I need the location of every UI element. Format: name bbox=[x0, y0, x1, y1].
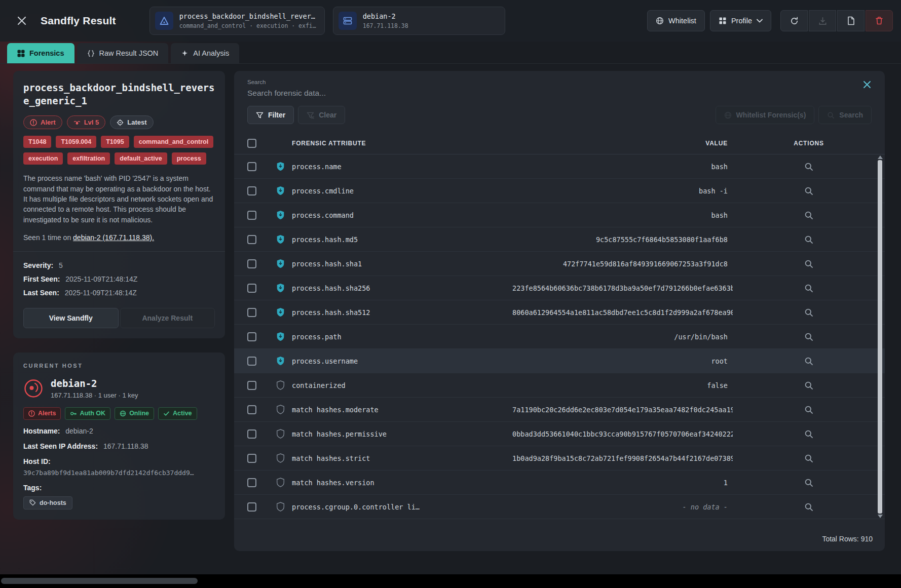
table-row[interactable]: containerized false bbox=[234, 373, 885, 398]
row-checkbox[interactable] bbox=[247, 308, 256, 317]
scroll-down-icon[interactable] bbox=[878, 515, 883, 518]
alert-badge: Alert bbox=[23, 115, 62, 129]
last-seen-line: Last Seen: 2025-11-09T21:48:14Z bbox=[23, 289, 215, 297]
tab-forensics-label: Forensics bbox=[29, 49, 64, 57]
search-attribute-icon[interactable] bbox=[733, 186, 885, 195]
shield-icon bbox=[269, 405, 292, 414]
table-row[interactable]: process.cgroup.0.controller_li… - no dat… bbox=[234, 495, 885, 519]
clear-filter-button[interactable]: Clear bbox=[298, 106, 345, 124]
search-attribute-icon[interactable] bbox=[733, 332, 885, 341]
close-search-icon[interactable] bbox=[862, 80, 872, 89]
row-checkbox[interactable] bbox=[247, 454, 256, 463]
seen-host-link[interactable]: debian-2 (167.71.118.38). bbox=[73, 233, 154, 242]
search-attribute-icon[interactable] bbox=[733, 478, 885, 487]
table-row[interactable]: match_hashes.version 1 bbox=[234, 471, 885, 495]
attribute-name: process.hash.sha256 bbox=[292, 284, 512, 292]
tab-ai-analysis[interactable]: AI Analysis bbox=[171, 43, 239, 63]
online-badge: Online bbox=[115, 407, 154, 420]
clear-label: Clear bbox=[319, 111, 336, 119]
search-button[interactable]: Search bbox=[818, 106, 872, 124]
host-tag-do-hosts[interactable]: do-hosts bbox=[23, 496, 72, 509]
tags-label: Tags: bbox=[23, 484, 42, 492]
whitelist-forensics-button[interactable]: Whitelist Forensic(s) bbox=[716, 106, 815, 124]
search-attribute-icon[interactable] bbox=[733, 259, 885, 268]
host-chip[interactable]: debian-2 167.71.118.38 bbox=[333, 7, 505, 35]
close-icon[interactable] bbox=[15, 14, 28, 27]
table-row[interactable]: process.username root bbox=[234, 349, 885, 373]
search-attribute-icon[interactable] bbox=[733, 429, 885, 439]
table-row[interactable]: process.path /usr/bin/bash bbox=[234, 325, 885, 349]
row-checkbox[interactable] bbox=[247, 186, 256, 195]
scroll-up-icon[interactable] bbox=[878, 155, 883, 159]
row-checkbox[interactable] bbox=[247, 259, 256, 268]
vertical-scrollbar[interactable] bbox=[877, 155, 883, 518]
filter-icon bbox=[256, 111, 264, 119]
row-checkbox[interactable] bbox=[247, 381, 256, 390]
seen-prefix: Seen 1 time on bbox=[23, 233, 73, 242]
table-row[interactable]: process.command bash bbox=[234, 203, 885, 227]
search-attribute-icon[interactable] bbox=[733, 381, 885, 390]
header-icon-group bbox=[780, 10, 893, 31]
table-row[interactable]: match_hashes.permissive 0bbad3dd53661040… bbox=[234, 422, 885, 446]
analyze-result-button[interactable]: Analyze Result bbox=[120, 308, 215, 328]
whitelist-button[interactable]: Whitelist bbox=[647, 10, 705, 31]
attribute-value: 7a1190bc20c26dd6e2ec803e7d054e179a35eaa7… bbox=[512, 406, 733, 414]
report-button[interactable] bbox=[837, 10, 865, 31]
table-row[interactable]: process.name bash bbox=[234, 154, 885, 179]
refresh-button[interactable] bbox=[780, 10, 808, 31]
search-attribute-icon[interactable] bbox=[733, 308, 885, 317]
search-attribute-icon[interactable] bbox=[733, 235, 885, 244]
alert-circle-icon bbox=[28, 410, 35, 417]
attribute-name: process.cmdline bbox=[292, 187, 512, 195]
row-checkbox[interactable] bbox=[247, 235, 256, 244]
tab-ai-analysis-label: AI Analysis bbox=[193, 49, 229, 57]
table-row[interactable]: process.hash.sha512 8060a612964554a1e811… bbox=[234, 300, 885, 325]
search-input[interactable] bbox=[247, 89, 684, 98]
row-checkbox[interactable] bbox=[247, 211, 256, 220]
row-checkbox[interactable] bbox=[247, 429, 256, 439]
search-attribute-icon[interactable] bbox=[733, 502, 885, 512]
filter-button[interactable]: Filter bbox=[247, 106, 294, 124]
table-row[interactable]: process.hash.md5 9c5c87555c7f6864b585308… bbox=[234, 227, 885, 252]
download-button[interactable] bbox=[809, 10, 836, 31]
row-checkbox[interactable] bbox=[247, 405, 256, 414]
attribute-value: 1 bbox=[512, 479, 733, 487]
profile-button[interactable]: Profile bbox=[710, 10, 771, 31]
search-attribute-icon[interactable] bbox=[733, 162, 885, 171]
table-row[interactable]: process.cmdline bash -i bbox=[234, 179, 885, 203]
tab-raw-result-json[interactable]: Raw Result JSON bbox=[77, 43, 169, 63]
row-checkbox[interactable] bbox=[247, 162, 256, 171]
row-checkbox[interactable] bbox=[247, 478, 256, 487]
result-chip[interactable]: process_backdoor_bindshell_rever… comman… bbox=[149, 7, 325, 35]
search-button-label: Search bbox=[839, 111, 863, 119]
row-checkbox[interactable] bbox=[247, 357, 256, 366]
attribute-value: 8060a612964554a1e811ac58dbd7ee1c5c8d1f2d… bbox=[512, 308, 733, 317]
alerts-badge: Alerts bbox=[23, 407, 61, 420]
search-attribute-icon[interactable] bbox=[733, 405, 885, 414]
search-attribute-icon[interactable] bbox=[733, 211, 885, 220]
forensics-tab-icon bbox=[17, 50, 25, 57]
search-attribute-icon[interactable] bbox=[733, 357, 885, 366]
attribute-name: process.command bbox=[292, 211, 512, 219]
row-checkbox[interactable] bbox=[247, 332, 256, 341]
host-id-line: Host ID: 39c7ba89bf9d1ea81ab009b7dfd2142… bbox=[23, 457, 215, 477]
header-chips: process_backdoor_bindshell_rever… comman… bbox=[149, 7, 505, 35]
select-all-checkbox[interactable] bbox=[247, 139, 256, 148]
view-sandfly-button[interactable]: View Sandfly bbox=[23, 308, 119, 328]
horizontal-scrollbar-thumb[interactable] bbox=[1, 578, 198, 584]
document-icon bbox=[847, 16, 855, 25]
search-attribute-icon[interactable] bbox=[733, 454, 885, 463]
shield-icon bbox=[269, 234, 292, 244]
scrollbar-thumb[interactable] bbox=[878, 160, 882, 514]
forensic-data-panel: Search Filter Clear bbox=[234, 71, 885, 551]
row-checkbox[interactable] bbox=[247, 284, 256, 293]
delete-button[interactable] bbox=[866, 10, 893, 31]
table-row[interactable]: match_hashes.strict 1b0ad9a28f9ba15c8c72… bbox=[234, 446, 885, 471]
row-checkbox[interactable] bbox=[247, 502, 256, 512]
tab-forensics[interactable]: Forensics bbox=[7, 43, 74, 63]
table-row[interactable]: match_hashes.moderate 7a1190bc20c26dd6e2… bbox=[234, 398, 885, 422]
table-row[interactable]: process.hash.sha256 223fe8564b60636bc738… bbox=[234, 276, 885, 300]
search-attribute-icon[interactable] bbox=[733, 284, 885, 293]
table-row[interactable]: process.hash.sha1 472f7741e59d816af84939… bbox=[234, 252, 885, 276]
result-actions: View Sandfly Analyze Result bbox=[23, 308, 215, 328]
